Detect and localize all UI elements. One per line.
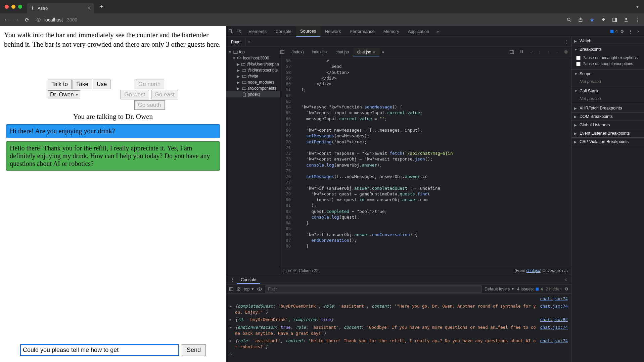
more-tabs-icon[interactable]: » bbox=[434, 29, 441, 34]
console-issues-label[interactable]: 4 Issues: 4 bbox=[517, 287, 543, 291]
chat-input[interactable] bbox=[20, 344, 179, 356]
go-east-button[interactable]: Go east bbox=[151, 90, 179, 99]
forward-button[interactable]: → bbox=[13, 17, 20, 23]
device-toolbar-icon[interactable] bbox=[236, 29, 244, 34]
console-settings-icon[interactable]: ⚙ bbox=[564, 286, 568, 291]
file-tree-top[interactable]: ▼ top bbox=[226, 49, 280, 55]
log-source-link[interactable]: chat.jsx:74 bbox=[540, 324, 568, 336]
clear-console-icon[interactable] bbox=[236, 287, 241, 291]
tab-elements[interactable]: Elements bbox=[244, 27, 271, 36]
callstack-section[interactable]: ▼Call Stack bbox=[571, 87, 644, 95]
page-pane-tab[interactable]: Page bbox=[226, 38, 245, 46]
npc-select[interactable]: Dr. Owen ▾ bbox=[48, 90, 80, 99]
event-breakpoints-section[interactable]: ▶Event Listener Breakpoints bbox=[571, 129, 644, 137]
reload-button[interactable]: ⟳ bbox=[24, 17, 30, 23]
expand-log-icon[interactable]: ▶ bbox=[230, 317, 233, 323]
csp-breakpoints-section[interactable]: ▶CSP Violation Breakpoints bbox=[571, 138, 644, 146]
toggle-navigator-icon[interactable] bbox=[280, 50, 287, 54]
file-tab-active[interactable]: chat.jsx× bbox=[353, 48, 379, 56]
tab-console[interactable]: Console bbox=[271, 27, 295, 36]
file-tree-folder[interactable]: ▶src/components bbox=[226, 85, 280, 91]
kebab-menu-icon[interactable]: ⋮ bbox=[627, 29, 634, 34]
breakpoints-section[interactable]: ▼Breakpoints bbox=[571, 45, 644, 53]
scope-section[interactable]: ▼Scope bbox=[571, 70, 644, 78]
talk-to-button[interactable]: Talk to bbox=[48, 80, 72, 89]
log-level-select[interactable]: Default levels ▼ bbox=[485, 287, 514, 291]
tab-performance[interactable]: Performance bbox=[346, 27, 378, 36]
console-filter-input[interactable] bbox=[265, 285, 482, 293]
menu-icon[interactable]: ⋮ bbox=[635, 17, 641, 23]
log-source-link[interactable]: chat.jsx:83 bbox=[540, 317, 568, 323]
issues-badge[interactable]: 4 bbox=[610, 29, 618, 34]
close-window-icon[interactable] bbox=[5, 5, 9, 9]
code-editor[interactable]: 56 57 58 59 60 61 62 63 64 65 66 67 68 6… bbox=[280, 57, 571, 266]
file-tab[interactable]: index.jsx bbox=[308, 48, 332, 56]
bookmark-icon[interactable]: ★ bbox=[589, 17, 595, 23]
drawer-console-tab[interactable]: Console bbox=[237, 276, 260, 284]
console-output[interactable]: chat.jsx:74▶{completedQuest: 'buyDrOwenD… bbox=[226, 294, 571, 362]
sources-kebab-icon[interactable]: ⋮ bbox=[562, 40, 571, 44]
toggle-debugger-icon[interactable] bbox=[509, 50, 517, 54]
console-prompt[interactable]: › bbox=[226, 351, 571, 358]
drawer-kebab-icon[interactable]: ⋮ bbox=[228, 277, 237, 282]
log-source-link[interactable]: chat.jsx:74 bbox=[540, 338, 568, 350]
file-tree-host[interactable]: ▼ localhost:3000 bbox=[226, 55, 280, 61]
tab-sources[interactable]: Sources bbox=[296, 26, 320, 37]
live-expression-icon[interactable] bbox=[257, 287, 262, 291]
go-south-button[interactable]: Go south bbox=[134, 100, 165, 110]
dom-breakpoints-section[interactable]: ▶DOM Breakpoints bbox=[571, 112, 644, 121]
file-tree-folder[interactable]: ▶@id/astro:scripts bbox=[226, 67, 280, 73]
minimize-window-icon[interactable] bbox=[11, 5, 15, 9]
site-info-icon[interactable] bbox=[36, 17, 42, 23]
back-button[interactable]: ← bbox=[3, 17, 10, 23]
inspect-element-icon[interactable] bbox=[228, 29, 236, 34]
global-listeners-section[interactable]: ▶Global Listeners bbox=[571, 121, 644, 129]
source-map-link[interactable]: chat.jsx bbox=[526, 268, 540, 273]
console-log-entry[interactable]: ▶{completedQuest: 'buyDrOwenDrink', role… bbox=[226, 303, 571, 316]
console-log-entry[interactable]: ▶{role: 'assistant', content: 'Hello the… bbox=[226, 337, 571, 351]
uncaught-exceptions-checkbox[interactable]: Pause on uncaught exceptions bbox=[576, 55, 641, 61]
share-icon[interactable] bbox=[578, 17, 584, 23]
step-icon[interactable]: → bbox=[554, 49, 560, 54]
settings-icon[interactable]: ⚙ bbox=[618, 29, 626, 34]
console-log-entry[interactable]: ▶{endConversation: true, role: 'assistan… bbox=[226, 324, 571, 337]
file-tree-file[interactable]: (index) bbox=[226, 91, 280, 97]
expand-log-icon[interactable]: ▶ bbox=[230, 324, 233, 336]
close-tab-icon[interactable]: × bbox=[88, 5, 91, 11]
watch-section[interactable]: ▶Watch bbox=[571, 37, 644, 45]
expand-log-icon[interactable]: ▶ bbox=[230, 303, 233, 315]
hidden-count[interactable]: 2 hidden bbox=[546, 287, 562, 291]
close-file-icon[interactable]: × bbox=[373, 50, 375, 54]
file-tree-folder[interactable]: ▶node_modules bbox=[226, 79, 280, 85]
console-log-entry[interactable]: ▶{id: 'buyDrOwenDrink', completed: true}… bbox=[226, 316, 571, 323]
new-tab-button[interactable]: + bbox=[97, 3, 105, 10]
extensions-icon[interactable] bbox=[600, 17, 606, 23]
console-context-select[interactable]: top ▼ bbox=[244, 287, 254, 291]
xhr-breakpoints-section[interactable]: ▶XHR/fetch Breakpoints bbox=[571, 104, 644, 112]
tab-memory[interactable]: Memory bbox=[379, 27, 403, 36]
use-button[interactable]: Use bbox=[93, 80, 110, 89]
maximize-window-icon[interactable] bbox=[18, 5, 22, 9]
file-tab[interactable]: chat.jsx bbox=[331, 48, 353, 56]
file-tree-folder[interactable]: ▶@vite bbox=[226, 73, 280, 79]
log-source-link[interactable]: chat.jsx:74 bbox=[540, 296, 568, 302]
send-button[interactable]: Send bbox=[182, 344, 206, 356]
close-devtools-icon[interactable]: × bbox=[635, 29, 642, 34]
step-out-icon[interactable]: ↑ bbox=[546, 49, 551, 54]
file-tab[interactable]: (index) bbox=[287, 48, 308, 56]
tab-overflow-icon[interactable]: ▾ bbox=[636, 4, 641, 9]
go-west-button[interactable]: Go west bbox=[121, 90, 149, 99]
more-files-icon[interactable]: » bbox=[379, 50, 387, 54]
caught-exceptions-checkbox[interactable]: Pause on caught exceptions bbox=[576, 61, 641, 67]
step-over-icon[interactable]: ⤻ bbox=[528, 49, 534, 54]
search-icon[interactable] bbox=[566, 17, 572, 23]
pause-script-icon[interactable] bbox=[519, 49, 525, 54]
tab-application[interactable]: Application bbox=[404, 27, 433, 36]
close-drawer-icon[interactable]: × bbox=[563, 277, 569, 282]
expand-log-icon[interactable]: ▶ bbox=[230, 338, 233, 350]
profile-icon[interactable] bbox=[623, 17, 629, 23]
address-bar[interactable]: localhost:3000 bbox=[36, 17, 77, 23]
step-into-icon[interactable]: ↓ bbox=[537, 49, 542, 54]
console-sidebar-icon[interactable] bbox=[229, 287, 234, 291]
log-source-link[interactable]: chat.jsx:74 bbox=[540, 303, 568, 315]
